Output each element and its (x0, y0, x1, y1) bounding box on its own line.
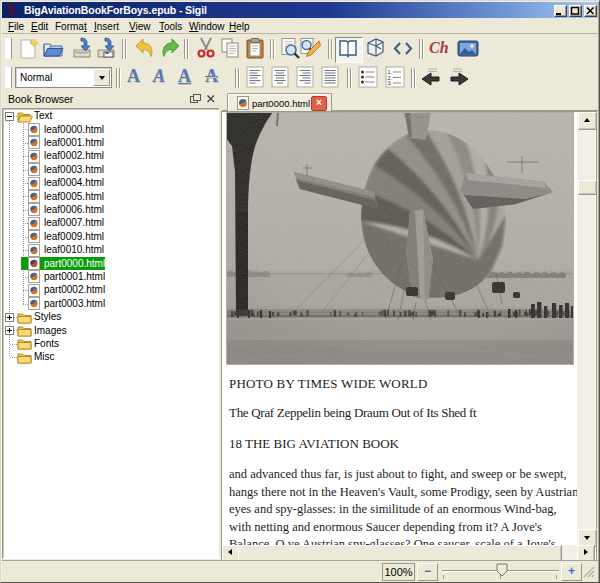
svg-text:3.: 3. (387, 80, 392, 86)
